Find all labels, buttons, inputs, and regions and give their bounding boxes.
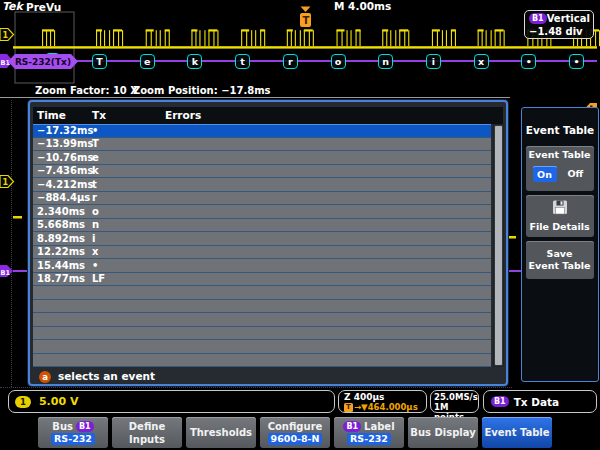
event-time: 18.77ms	[37, 273, 85, 284]
column-header-errors: Errors	[165, 109, 201, 121]
event-time: 15.44ms	[37, 260, 85, 271]
event-table-row[interactable]: 8.892msi	[33, 232, 491, 246]
setting-chip: 9600-8-N	[268, 433, 323, 445]
save-label-line2: Event Table	[529, 260, 591, 272]
event-tx-value: LF	[92, 273, 105, 284]
event-table-row[interactable]: −17.32ms•	[33, 124, 491, 138]
event-table-row[interactable]: −4.212mst	[33, 178, 491, 192]
bus-zoom-position-label: B1	[1, 269, 11, 277]
button-label: Configure	[268, 420, 323, 433]
event-time: 8.892ms	[37, 233, 85, 244]
bus-data-label: Tx Data	[514, 396, 560, 408]
sample-rate-value: 25.0MS/s	[434, 392, 478, 402]
bottom-menu-event-table-button[interactable]: Event Table	[482, 417, 552, 448]
oscilloscope-screen: 1 B1 T 1 B1 Tek PreVu M 4.00ms RS-232(Tx…	[0, 0, 600, 450]
vertical-readout-value: −1.48 div	[529, 25, 593, 38]
channel1-scale-readout: 1 5.00 V	[8, 390, 335, 413]
bottom-menu-configure-button[interactable]: Configure9600-8-N	[260, 417, 330, 448]
bus-decoded-char: x	[474, 54, 489, 69]
event-table-row[interactable]	[33, 354, 491, 368]
file-details-label: File Details	[526, 221, 594, 232]
save-disk-icon	[552, 200, 568, 215]
event-table-row[interactable]	[33, 313, 491, 327]
file-details-button[interactable]: File Details	[526, 195, 594, 237]
event-table-scrollbar[interactable]	[493, 124, 504, 367]
channel1-trace	[13, 29, 600, 48]
channel1-position-label: 1	[3, 31, 9, 40]
bus-decoded-char: n	[378, 54, 393, 69]
event-table-row[interactable]: 12.22msx	[33, 246, 491, 260]
zoom-scale-value: Z 400µs	[344, 392, 426, 402]
event-time: −7.436ms	[37, 165, 93, 176]
event-table-row[interactable]: −10.76mse	[33, 151, 491, 165]
vertical-readout-title: Vertical	[547, 13, 590, 24]
event-tx-value: o	[92, 206, 99, 217]
b1-badge: B1	[76, 421, 94, 432]
button-label: Inputs	[129, 433, 165, 446]
toggle-on-option[interactable]: On	[533, 166, 557, 182]
event-table-row[interactable]: −884.4µsr	[33, 192, 491, 206]
bottom-menu-bus-display-button[interactable]: Bus Display	[408, 417, 478, 448]
bus-label: RS-232(Tx)	[8, 54, 78, 69]
trigger-position-icon[interactable]	[301, 7, 311, 13]
event-table-row[interactable]: −13.99msT	[33, 138, 491, 152]
event-time: 5.668ms	[37, 219, 85, 230]
toggle-label: Event Table	[526, 149, 594, 160]
bottom-menu-bus-button[interactable]: BusB1RS-232	[38, 417, 108, 448]
event-tx-value: k	[92, 165, 99, 176]
event-table-row[interactable]: 5.668msn	[33, 219, 491, 233]
event-table-row[interactable]: −7.436msk	[33, 165, 491, 179]
b1-badge: B1	[491, 396, 509, 407]
button-label: Label	[364, 420, 395, 433]
knob-a-icon: a	[39, 371, 51, 383]
event-table-row[interactable]: 2.340mso	[33, 205, 491, 219]
bottom-menu-define-inputs-button[interactable]: DefineInputs	[112, 417, 182, 448]
event-time: −13.99ms	[37, 138, 93, 149]
event-time: −884.4µs	[37, 192, 90, 203]
button-label: Thresholds	[190, 426, 252, 439]
bus-decoded-char: •	[569, 54, 584, 69]
toggle-off-option[interactable]: Off	[568, 168, 584, 179]
column-header-tx: Tx	[92, 109, 106, 121]
trigger-delay-readout: T →▼464.000µs	[344, 402, 426, 412]
channel1-zoom-position-label: 1	[3, 178, 9, 187]
event-time: −17.32ms	[37, 125, 93, 136]
event-table-row[interactable]: 18.77msLF	[33, 273, 491, 287]
save-event-table-button[interactable]: Save Event Table	[526, 241, 594, 279]
event-table-row[interactable]	[33, 340, 491, 354]
event-table-toggle-button[interactable]: Event Table On Off	[526, 146, 594, 191]
button-label: Bus Display	[410, 426, 475, 439]
bottom-menu-thresholds-button[interactable]: Thresholds	[186, 417, 256, 448]
bus-decoded-char: T	[92, 54, 107, 69]
event-table-rows: −17.32ms•−13.99msT−10.76mse−7.436msk−4.2…	[33, 124, 491, 367]
bus-decoded-char: t	[235, 54, 250, 69]
sample-rate-readout: 25.0MS/s 1M points	[430, 390, 479, 413]
event-table-row[interactable]	[33, 286, 491, 300]
event-tx-value: r	[92, 192, 97, 203]
trigger-badge-label: T	[303, 15, 310, 26]
bus-vertical-readout: B1Vertical −1.48 div	[524, 10, 594, 39]
bottom-menu-label-button[interactable]: B1LabelRS-232	[334, 417, 404, 448]
bus-data-readout: B1 Tx Data	[483, 390, 597, 413]
channel1-zoom-trace-sliver	[13, 216, 22, 219]
channel1-zoom-trace-sliver-right	[509, 236, 516, 239]
b1-badge: B1	[529, 13, 547, 24]
save-label-line1: Save	[547, 248, 573, 260]
scrollbar-thumb[interactable]	[495, 126, 502, 365]
zoom-scale-readout: Z 400µs T →▼464.000µs	[338, 390, 427, 413]
event-table-row[interactable]	[33, 327, 491, 341]
column-header-time: Time	[37, 109, 66, 121]
event-table-row[interactable]	[33, 300, 491, 314]
event-table-header: Time Tx Errors	[33, 107, 503, 124]
trigger-delay-value: →▼464.000µs	[354, 402, 418, 412]
event-time: −4.212ms	[37, 179, 93, 190]
channel1-scale-value: 5.00 V	[39, 395, 78, 408]
side-menu-title: Event Table	[522, 124, 598, 136]
event-tx-value: e	[92, 152, 99, 163]
event-tx-value: •	[92, 125, 98, 136]
event-tx-value: t	[92, 179, 97, 190]
button-label: Define	[129, 420, 165, 433]
knob-hint-text: selects an event	[58, 370, 155, 382]
event-tx-value: n	[92, 219, 99, 230]
event-table-row[interactable]: 15.44ms•	[33, 259, 491, 273]
